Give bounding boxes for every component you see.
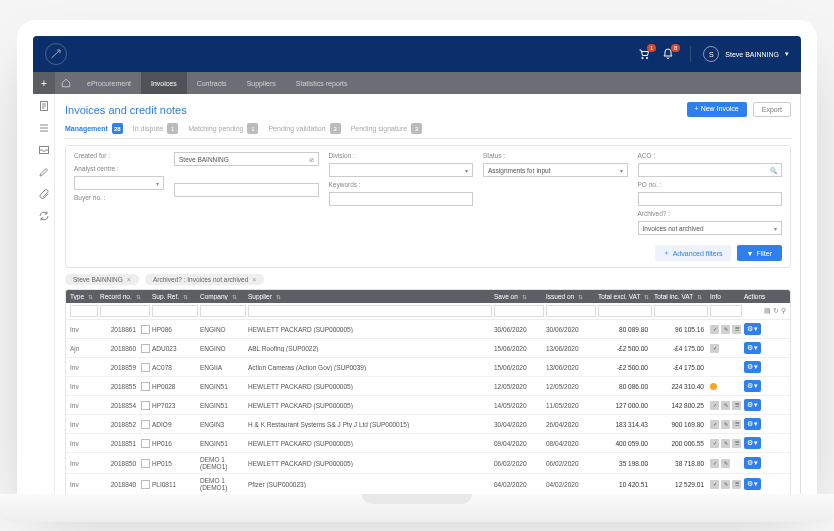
col-header-company[interactable]: Company (200, 293, 246, 300)
filter-button[interactable]: ▼Filter (737, 245, 783, 261)
row-checkbox[interactable] (141, 420, 150, 429)
col-filter-supref[interactable] (152, 305, 198, 317)
info-e-icon: ✎ (721, 459, 730, 468)
analyst-centre-label: Analyst centre : (74, 165, 164, 172)
row-action-button[interactable]: ⚙▾ (744, 478, 761, 490)
row-action-button[interactable]: ⚙▾ (744, 399, 761, 411)
chip-remove[interactable]: × (252, 276, 256, 283)
tab-in-dispute[interactable]: In dispute1 (133, 123, 178, 134)
nav-item-statistics-reports[interactable]: Statistics reports (286, 72, 358, 94)
col-header-info[interactable]: Info (710, 293, 742, 300)
tab-pending-signature[interactable]: Pending signature3 (351, 123, 422, 134)
filter-chip: Steve BAINNING× (65, 274, 139, 285)
row-action-button[interactable]: ⚙▾ (744, 323, 761, 335)
row-checkbox[interactable] (141, 325, 150, 334)
col-header-sup-ref-[interactable]: Sup. Ref. (152, 293, 198, 300)
row-checkbox[interactable] (141, 344, 150, 353)
chevron-down-icon: ▾ (754, 344, 758, 352)
chip-remove[interactable]: × (127, 276, 131, 283)
tool-attach-icon[interactable] (38, 188, 50, 200)
tab-matching-pending[interactable]: Matching pending1 (188, 123, 258, 134)
col-header-total-inc-vat[interactable]: Total inc. VAT (654, 293, 708, 300)
col-filter-save[interactable] (494, 305, 544, 317)
nav-home-icon[interactable] (55, 72, 77, 94)
cart-icon[interactable]: 1 (638, 48, 650, 61)
export-button[interactable]: Export (753, 102, 791, 117)
info-v-icon: ✓ (710, 420, 719, 429)
bell-icon[interactable]: 8 (662, 48, 674, 61)
tab-management[interactable]: Management28 (65, 123, 123, 134)
nav-item-suppliers[interactable]: Suppliers (237, 72, 286, 94)
col-filter-record[interactable] (100, 305, 150, 317)
col-header-save-on[interactable]: Save on (494, 293, 544, 300)
chevron-down-icon: ▾ (754, 480, 758, 488)
row-checkbox[interactable] (141, 480, 150, 489)
keywords-label: Keywords : (329, 181, 474, 188)
row-action-button[interactable]: ⚙▾ (744, 380, 761, 392)
table-row: Inv2018861HP086ENGINOHEWLETT PACKARD (SU… (66, 320, 790, 339)
col-header-record-no-[interactable]: Record no. (100, 293, 150, 300)
col-header-issued-on[interactable]: Issued on (546, 293, 596, 300)
col-filter-inc[interactable] (654, 305, 708, 317)
app-logo[interactable] (45, 43, 67, 65)
row-action-button[interactable]: ⚙▾ (744, 342, 761, 354)
col-filter-issued[interactable] (546, 305, 596, 317)
col-header-supplier[interactable]: Supplier (248, 293, 492, 300)
analyst-centre-select[interactable]: ▾ (74, 176, 164, 190)
info-g-icon: ☰ (732, 439, 741, 448)
new-invoice-button[interactable]: + New Invoice (687, 102, 747, 117)
col-filter-company[interactable] (200, 305, 246, 317)
tool-list-icon[interactable] (38, 122, 50, 134)
chevron-down-icon: ▾ (754, 459, 758, 467)
info-g-icon: ☰ (732, 480, 741, 489)
created-for-input[interactable]: Steve BAINNING⊘ (174, 152, 319, 166)
gear-icon: ⚙ (747, 325, 753, 333)
archived-select[interactable]: Invoices not archived▾ (638, 221, 783, 235)
table-row: Inv2018851HP016ENGIN51HEWLETT PACKARD (S… (66, 434, 790, 453)
row-action-button[interactable]: ⚙▾ (744, 457, 761, 469)
tool-doc-icon[interactable] (38, 100, 50, 112)
nav-item-contracts[interactable]: Contracts (187, 72, 237, 94)
archived-label: Archived? : (638, 210, 783, 217)
tool-edit-icon[interactable] (38, 166, 50, 178)
row-checkbox[interactable] (141, 439, 150, 448)
row-action-button[interactable]: ⚙▾ (744, 437, 761, 449)
col-filter-supplier[interactable] (248, 305, 492, 317)
info-e-icon: ✎ (721, 480, 730, 489)
buyer-no-input[interactable] (174, 183, 319, 197)
nav-item-eprocurement[interactable]: eProcurement (77, 72, 141, 94)
aco-input[interactable]: 🔍 (638, 163, 783, 177)
col-header-type[interactable]: Type (70, 293, 98, 300)
col-filter-type[interactable] (70, 305, 98, 317)
gear-icon: ⚙ (747, 439, 753, 447)
top-bar: 1 8 S Steve BAINNING ▾ (33, 36, 801, 72)
table-row: Inv2018855HP0028ENGIN51HEWLETT PACKARD (… (66, 377, 790, 396)
row-action-button[interactable]: ⚙▾ (744, 418, 761, 430)
col-filter-info[interactable] (710, 305, 742, 317)
col-filter-excl[interactable] (598, 305, 652, 317)
row-checkbox[interactable] (141, 459, 150, 468)
tab-pending-validation[interactable]: Pending validation2 (268, 123, 340, 134)
info-e-icon: ✎ (721, 401, 730, 410)
col-header-actions[interactable]: Actions (744, 293, 786, 300)
tool-refresh-icon[interactable] (38, 210, 50, 222)
user-menu[interactable]: S Steve BAINNING ▾ (690, 46, 789, 62)
filter-row-tools[interactable]: ▤↻⚲ (744, 305, 786, 317)
col-header-total-excl-vat[interactable]: Total excl. VAT (598, 293, 652, 300)
advanced-filters-button[interactable]: ＋Advanced filters (655, 245, 731, 261)
nav-add-button[interactable]: + (33, 72, 55, 94)
tool-inbox-icon[interactable] (38, 144, 50, 156)
gear-icon: ⚙ (747, 401, 753, 409)
row-checkbox[interactable] (141, 382, 150, 391)
keywords-input[interactable] (329, 192, 474, 206)
info-v-icon: ✓ (710, 439, 719, 448)
po-no-input[interactable] (638, 192, 783, 206)
chevron-down-icon: ▾ (754, 420, 758, 428)
row-checkbox[interactable] (141, 363, 150, 372)
row-checkbox[interactable] (141, 401, 150, 410)
nav-item-invoices[interactable]: Invoices (141, 72, 187, 94)
row-action-button[interactable]: ⚙▾ (744, 361, 761, 373)
division-select[interactable]: ▾ (329, 163, 474, 177)
status-select[interactable]: Assignments for input▾ (483, 163, 628, 177)
aco-label: ACO : (638, 152, 783, 159)
